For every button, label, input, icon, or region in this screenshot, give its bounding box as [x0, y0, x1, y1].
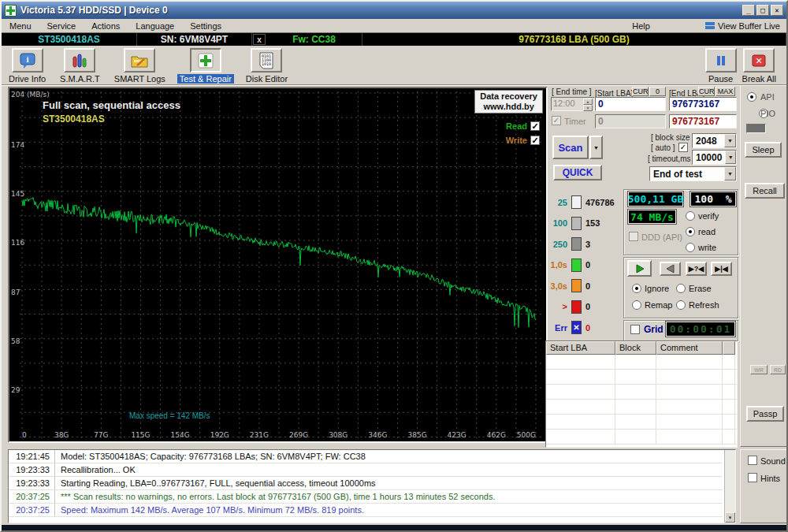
view-buffer-live-button[interactable]: View Buffer Live — [705, 21, 786, 31]
table-cell — [615, 415, 656, 429]
sleep-button[interactable]: Sleep — [745, 142, 782, 158]
test-repair-button[interactable]: Test & Repair — [177, 48, 234, 84]
quick-button[interactable]: QUICK — [553, 165, 602, 180]
seek-end-button[interactable]: ▶|◀ — [711, 262, 732, 276]
x-tick-label: 462G — [487, 431, 506, 439]
x-tick-label: 115G — [131, 431, 150, 439]
end-lba-input[interactable]: 976773167 — [669, 97, 737, 111]
disk-editor-icon: 010111001010 — [251, 48, 282, 73]
grid-checkbox[interactable] — [630, 325, 640, 334]
end-lba-cur-button[interactable]: CUR — [698, 87, 715, 96]
action-remap: Remap — [632, 300, 672, 310]
write-radio[interactable] — [686, 243, 695, 252]
legend-read-checkbox[interactable] — [530, 121, 540, 131]
seek-question-button[interactable]: ▶?◀ — [686, 262, 707, 276]
y-tick-label: 116 — [11, 239, 24, 247]
bin-count: 0 — [585, 323, 590, 333]
table-row[interactable] — [546, 370, 737, 385]
table-cell — [723, 370, 735, 384]
end-lba-max-button[interactable]: MAX — [716, 87, 735, 96]
passp-button[interactable]: Passp — [746, 406, 784, 422]
play-button[interactable] — [627, 260, 652, 277]
start-lba-cur-button[interactable]: CUR — [632, 87, 649, 96]
menu-menu[interactable]: Menu — [2, 20, 39, 32]
table-header-cell[interactable]: Start LBA — [546, 341, 615, 355]
api-radio[interactable] — [747, 92, 756, 102]
log-row[interactable]: 19:21:45Model: ST3500418AS; Capacity: 97… — [9, 450, 723, 463]
title-bar[interactable]: Victoria 5.37 HDD/SSD | Device 0 _ □ ✕ — [2, 2, 786, 19]
activity-led — [746, 124, 766, 133]
break-all-icon: ✕ — [743, 48, 775, 73]
table-row[interactable] — [546, 355, 737, 370]
table-row[interactable] — [546, 415, 737, 430]
end-lba-input-2[interactable]: 976773167 — [669, 114, 737, 128]
menu-service[interactable]: Service — [39, 20, 84, 32]
minimize-button[interactable]: _ — [742, 5, 755, 16]
device-serial: SN: 6VM8V4PT — [137, 33, 252, 46]
chevron-down-icon[interactable]: ▼ — [724, 134, 736, 147]
chevron-down-icon[interactable]: ▼ — [725, 151, 736, 164]
log-row[interactable]: 19:23:33Starting Reading, LBA=0..9767731… — [9, 477, 723, 490]
maximize-button[interactable]: □ — [756, 5, 769, 16]
timer-checkbox[interactable] — [552, 116, 561, 125]
defect-table-body — [546, 355, 737, 445]
break-all-button[interactable]: ✕ Break All — [740, 48, 779, 84]
recall-button[interactable]: Recall — [745, 183, 785, 199]
bin-color-box: ✕ — [571, 321, 582, 334]
timeout-select[interactable]: 10000▼ — [692, 150, 737, 165]
timer-input: 0 — [595, 114, 666, 128]
start-lba-zero-button[interactable]: 0 — [649, 87, 666, 96]
end-of-test-select[interactable]: End of test▼ — [649, 166, 737, 181]
drive-info-button[interactable]: iDrive Info — [6, 48, 48, 84]
menu-actions[interactable]: Actions — [84, 20, 128, 32]
table-cell — [615, 355, 656, 369]
pause-button[interactable]: Pause — [705, 48, 737, 84]
sound-checkbox[interactable] — [748, 456, 757, 465]
start-lba-input[interactable]: 0 — [595, 97, 666, 111]
ignore-radio[interactable] — [632, 284, 641, 293]
smart-logs-button[interactable]: SMART Logs — [112, 48, 168, 84]
table-header-cell[interactable]: Comment — [656, 341, 723, 355]
disk-editor-button[interactable]: 010111001010Disk Editor — [243, 48, 290, 84]
remap-radio[interactable] — [632, 300, 641, 310]
read-label: read — [698, 227, 716, 236]
table-header-cell[interactable] — [723, 341, 735, 355]
chart-legend: ReadWrite — [506, 121, 540, 150]
scan-dropdown-button[interactable]: ▼ — [589, 136, 603, 159]
block-size-select[interactable]: 2048▼ — [692, 133, 737, 148]
log-scrollbar[interactable]: ▼ — [724, 450, 735, 523]
window-title: Victoria 5.37 HDD/SSD | Device 0 — [20, 5, 168, 16]
log-text: Recallibration... OK — [55, 465, 136, 474]
hints-checkbox[interactable] — [748, 473, 757, 482]
table-header-cell[interactable]: Block — [615, 341, 656, 355]
step-back-button[interactable] — [660, 262, 681, 276]
chevron-down-icon[interactable]: ▼ — [724, 167, 736, 180]
table-row[interactable] — [546, 385, 737, 400]
erase-label: Erase — [689, 284, 712, 293]
refresh-radio[interactable] — [676, 300, 686, 310]
legend-write-checkbox[interactable] — [530, 136, 540, 145]
log-row[interactable]: 20:37:25Speed: Maximum 142 MB/s. Average… — [9, 504, 723, 517]
scan-button[interactable]: Scan — [552, 136, 589, 159]
close-button[interactable]: ✕ — [771, 5, 783, 16]
spinner-arrows-icon[interactable]: ▲▼ — [583, 99, 593, 110]
hints-label: Hints — [760, 474, 780, 483]
s-m-a-r-t-button[interactable]: S.M.A.R.T — [58, 48, 102, 84]
end-time-spinner[interactable]: 12:00 ▲▼ — [551, 97, 595, 111]
menu-settings[interactable]: Settings — [182, 20, 229, 32]
verify-radio[interactable] — [686, 211, 695, 221]
menu-help[interactable]: Help — [624, 20, 658, 32]
device-close-button[interactable]: x — [253, 34, 266, 45]
toolbar: iDrive InfoS.M.A.R.TSMART LogsTest & Rep… — [2, 46, 786, 85]
table-row[interactable] — [546, 400, 737, 415]
pause-icon — [705, 48, 737, 73]
read-radio[interactable] — [686, 227, 695, 236]
device-model[interactable]: ST3500418AS — [2, 33, 137, 46]
log-row[interactable]: 20:37:25*** Scan results: no warnings, n… — [9, 490, 723, 504]
menu-language[interactable]: Language — [128, 20, 182, 32]
log-row[interactable]: 19:23:33Recallibration... OK — [9, 463, 723, 477]
scroll-down-icon[interactable]: ▼ — [725, 512, 735, 523]
auto-checkbox[interactable] — [678, 143, 688, 152]
erase-radio[interactable] — [676, 284, 686, 293]
table-row[interactable] — [546, 430, 737, 445]
